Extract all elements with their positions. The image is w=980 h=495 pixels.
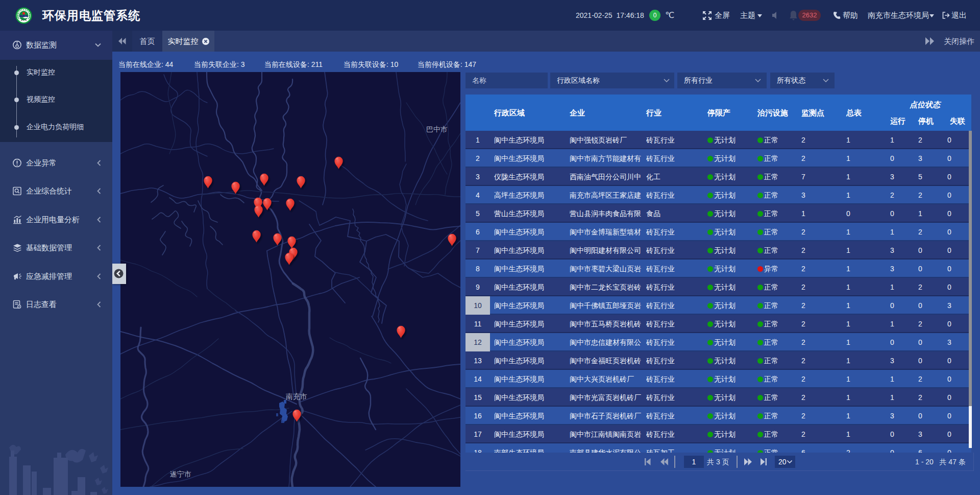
- svg-text:南充市: 南充市: [286, 392, 307, 400]
- svg-text:巴中市: 巴中市: [426, 125, 448, 133]
- svg-text:遂宁市: 遂宁市: [170, 470, 191, 478]
